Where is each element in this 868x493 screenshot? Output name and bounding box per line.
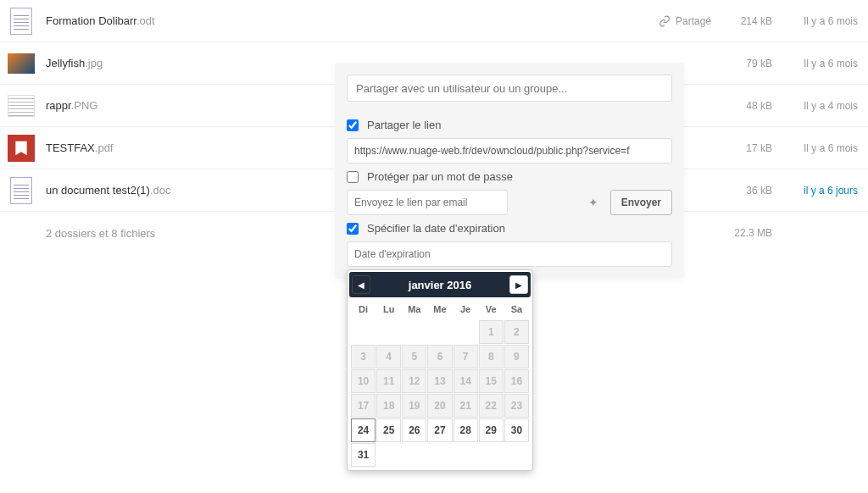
share-link-label: Partager le lien [367, 119, 441, 131]
file-date: Il y a 6 mois [779, 15, 868, 27]
share-link-checkbox[interactable] [347, 119, 359, 131]
file-size: 48 kB [711, 100, 779, 112]
share-link-option[interactable]: Partager le lien [347, 119, 672, 131]
expire-label: Spécifier la date d'expiration [367, 222, 505, 235]
pdf-icon [8, 135, 35, 162]
summary-size: 22.3 MB [711, 227, 779, 239]
expire-option[interactable]: Spécifier la date d'expiration [347, 222, 672, 235]
file-size: 36 kB [711, 185, 779, 197]
email-input[interactable] [347, 190, 508, 215]
file-size: 214 kB [711, 15, 779, 27]
file-size: 79 kB [711, 58, 779, 69]
password-checkbox[interactable] [347, 171, 359, 183]
file-date: Il y a 6 mois [779, 142, 868, 154]
share-search-input[interactable] [347, 75, 672, 102]
file-row[interactable]: Formation Dolibarr.odt Partagé 214 kB Il… [0, 0, 868, 42]
document-icon [10, 8, 32, 35]
file-date: il y a 6 jours [779, 185, 868, 197]
send-button[interactable]: Envoyer [610, 190, 672, 215]
shared-indicator: Partagé [639, 15, 711, 27]
expire-date-input[interactable] [347, 241, 672, 254]
share-url-input[interactable] [347, 138, 672, 163]
file-name: Formation Dolibarr.odt [42, 14, 639, 27]
password-label: Protéger par un mot de passe [367, 170, 513, 183]
image-thumbnail [8, 53, 35, 74]
share-star-icon: ✦ [588, 196, 598, 209]
link-icon [659, 15, 670, 27]
file-date: Il y a 6 mois [779, 58, 868, 69]
expire-checkbox[interactable] [347, 223, 359, 235]
password-option[interactable]: Protéger par un mot de passe [347, 170, 672, 183]
file-size: 17 kB [711, 142, 779, 154]
image-thumbnail [8, 95, 35, 117]
share-panel: Partager le lien Protéger par un mot de … [335, 63, 684, 254]
file-date: Il y a 4 mois [779, 100, 868, 112]
document-icon [10, 177, 32, 204]
